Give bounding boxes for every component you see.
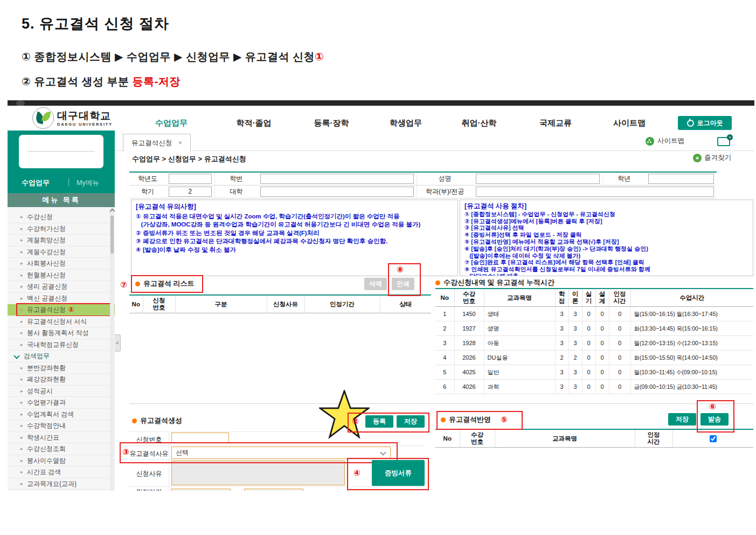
sidebar-item-10[interactable]: ▸봉사 활동계획서 작성	[8, 327, 115, 339]
column-header: 이 론	[568, 289, 582, 307]
cell: 3	[555, 380, 568, 394]
cell: 0	[595, 321, 609, 336]
scroll-up-icon[interactable]	[110, 209, 115, 214]
triangle-bullet-icon: ▸	[20, 339, 23, 351]
triangle-bullet-icon: ▸	[20, 281, 23, 292]
cell: 0	[582, 336, 595, 351]
period-end-input[interactable]	[244, 489, 303, 491]
sidebar-item-1[interactable]: ▸수강허가신청	[8, 223, 115, 235]
sidebar-item-18[interactable]: ▸수강학점안내	[8, 420, 115, 432]
sidebar-item-14[interactable]: ▸폐강강좌현황	[8, 374, 115, 386]
sidebar-item-5[interactable]: ▸헌혈봉사신청	[8, 270, 115, 282]
favorites-link[interactable]: ★즐겨찾기	[693, 153, 731, 162]
table-row[interactable]: 42026DU실용22000화(15:00~15:50) 목(14:00~14:…	[435, 351, 753, 365]
sitemap-link[interactable]: 사이트맵	[646, 136, 684, 146]
triangle-bullet-icon: ▸	[20, 467, 23, 478]
sidebar-item-21[interactable]: ▸봉사이수열람	[8, 455, 115, 467]
scroll-thumb[interactable]	[110, 216, 114, 253]
sidebar-item-label: 수업평가결과	[27, 399, 66, 406]
triangle-bullet-icon: ▸	[20, 362, 23, 374]
sidebar-item-8[interactable]: ▸유고결석신청①	[8, 304, 115, 316]
column-header: 신청 번호	[143, 295, 175, 313]
table-row[interactable]: 54025일반33000월(10:30~11:45) 수(09:00~10:15…	[435, 365, 753, 380]
sidebar-item-6[interactable]: ▸생리 공결신청	[8, 281, 115, 293]
column-header: 교과목명	[495, 429, 635, 448]
sidebar-item-17[interactable]: ▸수업계획서 검색	[8, 409, 115, 421]
print-button[interactable]: 인쇄	[392, 278, 414, 290]
column-header: 상태	[380, 295, 431, 313]
apply-save-button[interactable]: 저장	[668, 413, 696, 426]
notice-line: ④ [발송]이후 날짜 수정 및 취소 불가	[136, 246, 453, 255]
sidebar-collapse-handle[interactable]: <	[115, 334, 121, 352]
window-close-icon[interactable]	[717, 137, 730, 146]
sidebar-item-19[interactable]: ▸학생시간표	[8, 432, 115, 444]
tab-close-icon[interactable]: ×	[178, 139, 182, 147]
logo-title: 대구대학교	[57, 110, 113, 122]
bullet-icon	[441, 417, 446, 422]
period-start-input[interactable]	[171, 489, 231, 491]
sidebar-item-11[interactable]: ▸국내학점교류신청	[8, 339, 115, 351]
sidebar-item-3[interactable]: ▸계절수강신청	[8, 246, 115, 258]
sidebar-item-label: 사회봉사신청	[27, 259, 66, 267]
absence-reason-select[interactable]: 선택	[171, 447, 391, 459]
cell: 0	[609, 307, 630, 321]
sidebar-item-13[interactable]: ▸분반강좌현황	[8, 362, 115, 374]
sidebar-item-15[interactable]: ▸성적공시	[8, 386, 115, 397]
sidebar-tab-mymenu[interactable]: My메뉴	[77, 179, 99, 188]
sidebar-item-0[interactable]: ▸수강신청	[8, 211, 115, 223]
grade-field[interactable]	[648, 174, 714, 184]
nav-item-1[interactable]: 학적·졸업	[237, 118, 272, 128]
nav-item-6[interactable]: 사이트맵	[613, 118, 646, 128]
table-row[interactable]: 64026과학33000금(09:00~10:15) 금(10:30~11:45…	[435, 380, 753, 394]
major-field[interactable]	[476, 187, 714, 197]
college-field[interactable]	[260, 187, 414, 197]
sidebar: 수업업무 My메뉴 메뉴 목록 ▸수강신청▸수강허가신청▸계절희망신청▸계절수강…	[8, 131, 115, 491]
tab-absence-application[interactable]: 유고결석신청×	[123, 134, 191, 152]
sidebar-item-2[interactable]: ▸계절희망신청	[8, 235, 115, 246]
cell: 3	[568, 307, 582, 321]
nav-item-0[interactable]: 수업업무	[155, 118, 188, 128]
nav-item-3[interactable]: 학생업무	[390, 118, 422, 128]
triangle-bullet-icon: ▸	[20, 235, 23, 246]
sidebar-item-16[interactable]: ▸수업평가결과	[8, 397, 115, 409]
name-field[interactable]	[476, 174, 600, 184]
triangle-bullet-icon: ▸	[20, 455, 23, 467]
sidebar-item-22[interactable]: ▸시간표 검색	[8, 467, 115, 478]
sidebar-item-9[interactable]: ▸유고결석신청서 서식	[8, 316, 115, 328]
cell: 3	[435, 336, 454, 351]
sidebar-tab-work[interactable]: 수업업무	[22, 178, 50, 188]
sidebar-scrollbar[interactable]	[110, 207, 114, 491]
cell: 3	[555, 365, 568, 380]
logout-button[interactable]: 로그아웃	[678, 116, 732, 130]
attach-document-button[interactable]: 증빙서류	[372, 460, 425, 486]
breadcrumb: 수업업무 > 신청업무 > 유고결석신청	[132, 154, 246, 164]
register-button[interactable]: 등록	[365, 415, 393, 428]
column-header: No	[435, 429, 460, 448]
student-info-form: 학년도 학번 성명 학년 학기 2 대학 학과(부)/전공	[129, 172, 717, 198]
nav-item-2[interactable]: 등록·장학	[314, 118, 349, 128]
cell: 금(09:00~10:15) 금(10:30~11:45)	[630, 380, 753, 394]
nav-item-4[interactable]: 취업·산학	[462, 118, 497, 128]
select-all-checkbox[interactable]	[710, 435, 717, 442]
sidebar-item-23[interactable]: ▸교과목개요(교과)	[8, 478, 115, 490]
student-no-field[interactable]	[260, 174, 414, 184]
year-field[interactable]	[169, 174, 212, 184]
sidebar-group-12[interactable]: 검색업무	[8, 351, 115, 362]
sidebar-item-24[interactable]: ▸취업적진출결	[8, 490, 115, 491]
table-row[interactable]: 21927생명33000화(13:30~14:45) 목(15:00~16:15…	[435, 321, 753, 336]
application-no-input[interactable]	[171, 433, 229, 443]
column-header: 인정 시간	[609, 289, 630, 307]
sidebar-item-4[interactable]: ▸사회봉사신청	[8, 258, 115, 270]
table-row[interactable]: 11450생태33000월(15:00~16:15) 월(16:30~17:45…	[435, 307, 753, 321]
sidebar-item-7[interactable]: ▸백신 공결신청	[8, 293, 115, 305]
table-row[interactable]: 31928아동33000월(12:00~13:15) 수(12:00~13:15…	[435, 336, 753, 351]
sidebar-item-20[interactable]: ▸수강신청조회	[8, 443, 115, 455]
semester-field[interactable]: 2	[169, 187, 212, 197]
application-detail-textarea[interactable]	[171, 461, 345, 485]
nav-item-5[interactable]: 국제교류	[539, 118, 572, 128]
delete-button[interactable]: 삭제	[364, 278, 387, 290]
send-button[interactable]: 발송	[700, 413, 729, 426]
create-save-button[interactable]: 저장	[397, 415, 425, 428]
cell: 1928	[454, 336, 484, 351]
cell: 과학	[484, 380, 555, 394]
